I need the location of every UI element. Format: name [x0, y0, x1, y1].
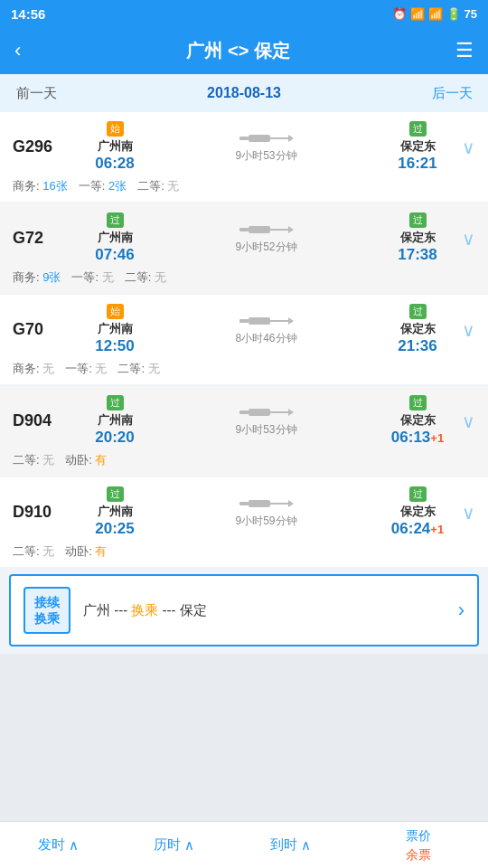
header-title: 广州 <> 保定	[186, 39, 289, 63]
seat-label: 二等: 无	[117, 361, 159, 377]
origin-name: 广州南	[98, 138, 133, 155]
origin-name: 广州南	[98, 504, 133, 520]
seat-label: 一等: 无	[71, 269, 113, 286]
seat-label: 二等: 无	[13, 452, 54, 468]
header: ‹ 广州 <> 保定 ☰	[0, 27, 488, 74]
origin-badge: 过	[107, 395, 124, 410]
train-row[interactable]: G70 始 广州南 12:50 8小时46分钟 过	[0, 295, 488, 384]
svg-rect-8	[239, 319, 249, 323]
expand-chevron[interactable]: ∨	[462, 319, 475, 341]
sort-duration[interactable]: 历时 ∧	[117, 822, 233, 868]
train-row[interactable]: G72 过 广州南 07:46 9小时52分钟 过	[0, 203, 488, 293]
origin-name: 广州南	[98, 412, 133, 429]
expand-chevron[interactable]: ∨	[462, 410, 475, 432]
prev-day-button[interactable]: 前一天	[0, 76, 72, 111]
seat-row: 二等: 无动卧: 有	[13, 543, 475, 560]
svg-rect-9	[249, 317, 270, 325]
train-row[interactable]: G296 始 广州南 06:28 9小时53分钟 过	[0, 112, 488, 202]
svg-marker-15	[288, 409, 294, 416]
sort-arrive[interactable]: 到时 ∧	[232, 822, 349, 868]
seat-value: 有	[95, 453, 107, 467]
depart-time: 20:20	[95, 429, 134, 447]
status-time: 14:56	[11, 6, 45, 22]
duration-text: 9小时53分钟	[235, 148, 296, 164]
battery-icon: 🔋	[446, 7, 461, 21]
depart-time: 06:28	[95, 155, 134, 173]
seat-label: 二等: 无	[13, 543, 54, 560]
seat-value: 有	[95, 544, 107, 558]
expand-chevron[interactable]: ∨	[462, 228, 475, 250]
bottom-nav: 发时 ∧ 历时 ∧ 到时 ∧ 票价 余票	[0, 821, 488, 868]
seat-row: 商务: 无一等: 无二等: 无	[13, 361, 475, 377]
dest-badge: 过	[409, 121, 427, 137]
arrive-time: 06:13+1	[391, 429, 444, 447]
seat-row: 商务: 9张一等: 无二等: 无	[13, 269, 475, 286]
seat-value: 无	[42, 362, 54, 375]
seat-label: 一等: 无	[65, 361, 107, 377]
transfer-arrow[interactable]: ›	[458, 599, 465, 622]
dest-station: 过 保定东 06:13+1	[377, 395, 458, 447]
svg-marker-19	[288, 500, 294, 507]
seat-row: 二等: 无动卧: 有	[13, 452, 475, 468]
status-bar: 14:56 ⏰ 📶 📶 🔋 75	[0, 0, 488, 27]
back-button[interactable]: ‹	[14, 39, 21, 62]
menu-button[interactable]: ☰	[455, 39, 474, 62]
train-number: G296	[13, 137, 74, 156]
plus-day: +1	[430, 431, 444, 445]
train-line-icon	[239, 313, 294, 329]
origin-name: 广州南	[98, 321, 133, 337]
seat-value: 9张	[42, 270, 61, 284]
dest-name: 保定东	[400, 138, 436, 155]
transfer-row[interactable]: 接续换乘 广州 --- 换乘 --- 保定 ›	[9, 574, 479, 646]
signal-icon: 📶	[428, 7, 443, 21]
dest-badge: 过	[409, 212, 427, 228]
seat-row: 商务: 16张一等: 2张二等: 无	[13, 178, 475, 194]
status-icons: ⏰ 📶 📶 🔋 75	[392, 7, 477, 21]
dest-badge: 过	[409, 304, 427, 319]
dest-name: 保定东	[400, 412, 436, 429]
train-row[interactable]: D904 过 广州南 20:20 9小时53分钟 过	[0, 386, 488, 476]
duration-block: 9小时53分钟	[155, 404, 377, 438]
duration-text: 9小时59分钟	[235, 514, 296, 529]
expand-chevron[interactable]: ∨	[462, 137, 475, 158]
seat-label: 商务: 9张	[13, 269, 61, 286]
expand-chevron[interactable]: ∨	[462, 502, 475, 524]
origin-badge: 始	[107, 121, 124, 137]
train-row[interactable]: D910 过 广州南 20:25 9小时59分钟 过	[0, 477, 488, 567]
origin-station: 过 广州南 20:25	[74, 486, 155, 538]
seat-value: 无	[42, 544, 54, 558]
sort-depart[interactable]: 发时 ∧	[0, 822, 117, 868]
next-day-button[interactable]: 后一天	[416, 76, 488, 111]
svg-marker-11	[288, 317, 294, 325]
seat-value: 16张	[42, 179, 67, 193]
dest-badge: 过	[409, 486, 427, 502]
svg-marker-7	[288, 226, 294, 233]
sort-price[interactable]: 票价 余票	[349, 822, 488, 868]
train-number: G70	[13, 320, 74, 339]
origin-station: 过 广州南 07:46	[74, 212, 155, 264]
origin-station: 过 广州南 20:20	[74, 395, 155, 447]
alarm-icon: ⏰	[392, 7, 407, 21]
dest-name: 保定东	[400, 321, 436, 337]
origin-badge: 过	[107, 212, 124, 228]
svg-rect-17	[249, 500, 270, 507]
origin-name: 广州南	[98, 230, 133, 246]
duration-text: 9小时52分钟	[235, 240, 296, 255]
duration-block: 9小时59分钟	[155, 495, 377, 529]
seat-value: 无	[148, 362, 160, 375]
train-number: G72	[13, 229, 74, 248]
train-number: D904	[13, 411, 74, 430]
dest-badge: 过	[409, 395, 427, 410]
depart-time: 20:25	[95, 520, 134, 538]
arrive-time: 06:24+1	[391, 520, 444, 538]
seat-value: 无	[102, 270, 114, 284]
duration-block: 9小时53分钟	[155, 130, 377, 164]
duration-block: 8小时46分钟	[155, 313, 377, 346]
duration-text: 8小时46分钟	[235, 331, 296, 346]
svg-rect-16	[239, 502, 249, 505]
seat-value: 2张	[108, 179, 127, 193]
origin-badge: 始	[107, 304, 124, 319]
train-line-icon	[239, 222, 294, 238]
seat-value: 无	[95, 362, 107, 375]
dest-station: 过 保定东 21:36	[377, 304, 458, 355]
